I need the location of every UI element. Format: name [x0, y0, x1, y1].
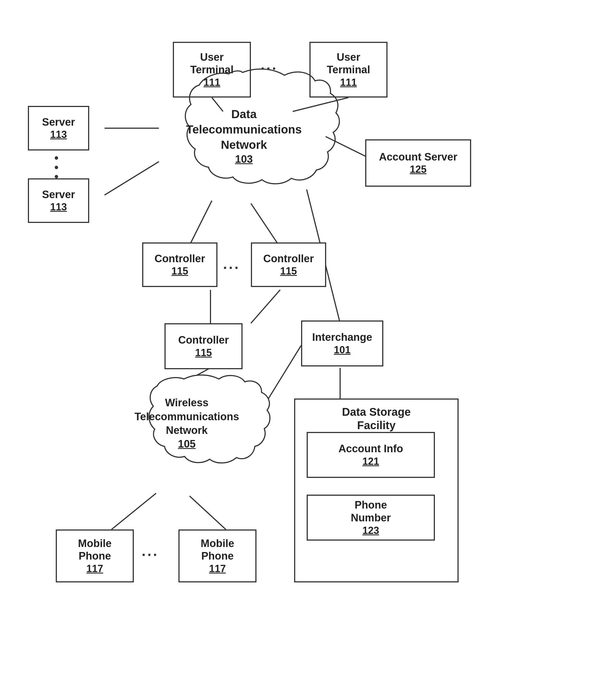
svg-line-13	[112, 493, 156, 529]
data-network-ref: 103	[235, 152, 252, 166]
controller-right-label: Controller	[263, 252, 314, 265]
controller-right-ref: 115	[280, 265, 297, 277]
phone-number: PhoneNumber 123	[307, 495, 435, 541]
controller-left-ref: 115	[171, 265, 188, 277]
mobile-phone-left-ref: 117	[87, 562, 103, 575]
account-server-label: Account Server	[379, 151, 457, 164]
server-bottom-ref: 113	[50, 201, 67, 213]
controller-right: Controller 115	[251, 243, 326, 287]
mobile-phone-right: MobilePhone 117	[178, 529, 257, 582]
dots-between-mobiles: ···	[142, 546, 159, 563]
interchange-ref: 101	[334, 344, 351, 356]
account-server: Account Server 125	[365, 139, 471, 187]
data-network-label: DataTelecommunicationsNetwork	[186, 107, 302, 152]
account-info-label: Account Info	[338, 443, 403, 455]
controller-left: Controller 115	[142, 243, 217, 287]
dots-between-terminals: ···	[261, 60, 278, 77]
phone-number-ref: 123	[362, 524, 379, 536]
mobile-phone-right-label: MobilePhone	[201, 537, 234, 562]
user-terminal-left: UserTerminal 111	[173, 42, 251, 98]
controller-bottom-label: Controller	[178, 334, 229, 347]
svg-line-5	[190, 201, 212, 245]
server-bottom: Server 113	[28, 178, 89, 223]
account-info-ref: 121	[362, 455, 379, 467]
account-server-ref: 125	[410, 163, 427, 175]
server-top: Server 113	[28, 106, 89, 150]
server-bottom-label: Server	[42, 189, 75, 201]
dots-between-servers: •••	[54, 153, 58, 181]
server-top-label: Server	[42, 116, 75, 129]
controller-bottom: Controller 115	[165, 323, 243, 369]
user-terminal-left-ref: 111	[203, 76, 220, 88]
user-terminal-left-label: UserTerminal	[190, 51, 234, 76]
mobile-phone-left-label: MobilePhone	[78, 537, 112, 562]
svg-line-9	[251, 290, 280, 323]
dots-between-controllers-top: ···	[223, 259, 240, 276]
svg-line-14	[190, 496, 226, 529]
interchange: Interchange 101	[301, 321, 383, 367]
interchange-label: Interchange	[312, 331, 372, 344]
phone-number-label: PhoneNumber	[351, 499, 391, 524]
mobile-phone-right-ref: 117	[209, 562, 226, 575]
wireless-network-label: WirelessTelecommunicationsNetwork	[135, 396, 239, 437]
controller-left-label: Controller	[154, 252, 205, 265]
user-terminal-right-ref: 111	[340, 76, 357, 88]
svg-line-6	[251, 203, 279, 245]
controller-bottom-ref: 115	[195, 347, 212, 359]
data-network: DataTelecommunicationsNetwork 103	[201, 95, 287, 178]
account-info: Account Info 121	[307, 432, 435, 478]
user-terminal-right: UserTerminal 111	[310, 42, 387, 98]
data-storage-facility: Data StorageFacility 107	[294, 399, 459, 582]
wireless-network: WirelessTelecommunicationsNetwork 105	[144, 383, 230, 464]
mobile-phone-left: MobilePhone 117	[56, 529, 134, 582]
svg-line-3	[104, 161, 159, 195]
diagram: UserTerminal 111 UserTerminal 111 ··· Se…	[0, 0, 603, 700]
user-terminal-right-label: UserTerminal	[327, 51, 370, 76]
wireless-network-ref: 105	[178, 437, 195, 451]
data-storage-label: Data StorageFacility	[342, 405, 411, 432]
server-top-ref: 113	[50, 128, 67, 141]
